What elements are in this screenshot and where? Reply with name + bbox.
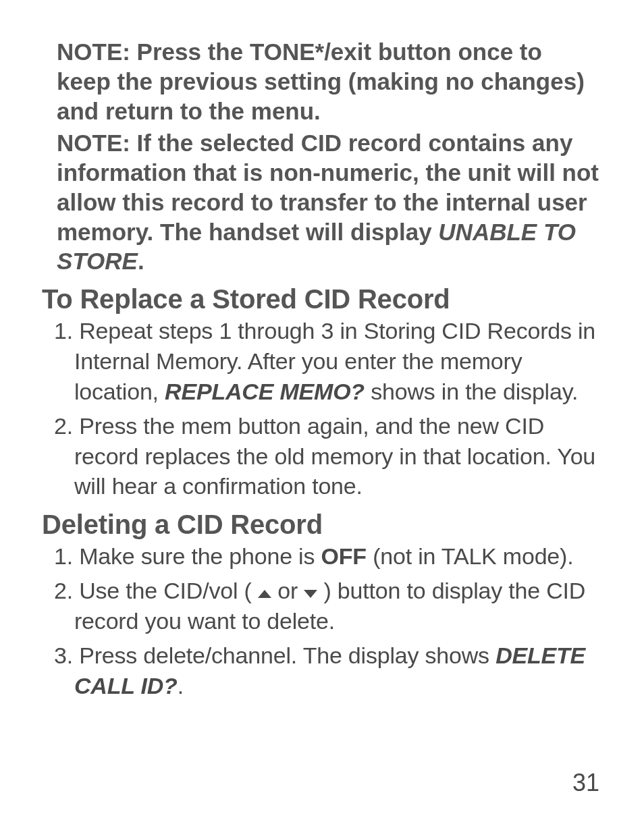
off-label: OFF (321, 543, 367, 569)
note2-suffix: . (138, 248, 144, 274)
note-cid-nonnumeric: NOTE: If the selected CID record contain… (57, 128, 602, 276)
up-arrow-icon (258, 590, 271, 598)
note-text: NOTE: Press the TONE*/exit button once t… (57, 38, 585, 124)
step-text: Press the mem button again, and the new … (74, 413, 595, 499)
list-item: Press the mem button again, and the new … (74, 411, 602, 502)
list-item: Use the CID/vol ( or ) button to display… (74, 576, 602, 636)
step-text-post: (not in TALK mode). (367, 543, 574, 569)
list-item: Make sure the phone is OFF (not in TALK … (74, 541, 602, 572)
list-item: Repeat steps 1 through 3 in Storing CID … (74, 316, 602, 407)
step-text-post: shows in the display. (365, 379, 578, 404)
replace-cid-steps: Repeat steps 1 through 3 in Storing CID … (42, 316, 602, 501)
step-text: Press delete/channel. The display shows (79, 643, 495, 668)
replace-memo-code: REPLACE MEMO? (165, 379, 365, 404)
manual-page: NOTE: Press the TONE*/exit button once t… (0, 0, 644, 820)
page-number: 31 (572, 769, 599, 797)
heading-replace-cid: To Replace a Stored CID Record (42, 284, 602, 315)
heading-delete-cid: Deleting a CID Record (42, 510, 602, 540)
list-item: Press delete/channel. The display shows … (74, 640, 602, 701)
down-arrow-icon (304, 590, 317, 598)
step-text: Use the CID/vol ( (79, 578, 258, 603)
step-text: Make sure the phone is (79, 543, 321, 569)
step-text-mid: or (271, 578, 304, 603)
delete-cid-steps: Make sure the phone is OFF (not in TALK … (42, 541, 602, 701)
step-text-post: . (178, 673, 184, 699)
note-tone-exit: NOTE: Press the TONE*/exit button once t… (57, 37, 602, 126)
